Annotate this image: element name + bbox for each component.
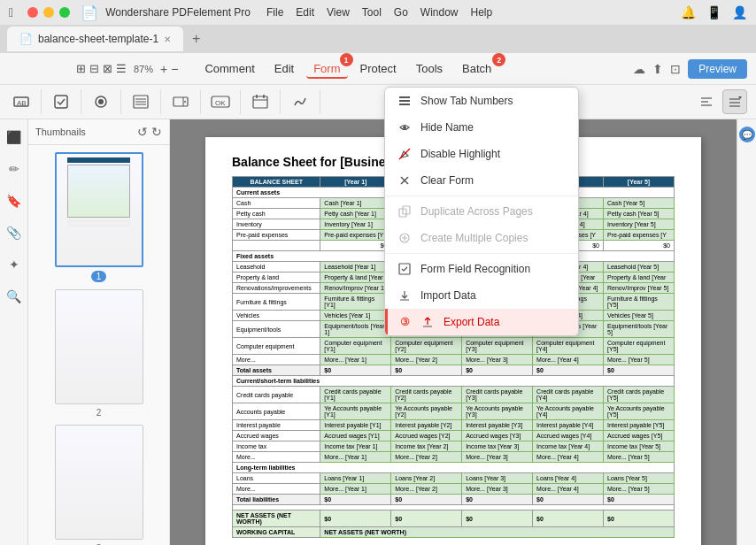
expand-icon[interactable]: ⊡ <box>670 62 681 76</box>
batch-badge: 2 <box>492 53 505 66</box>
tab-close-button[interactable]: ✕ <box>164 35 171 44</box>
thumb-image-2 <box>55 289 143 404</box>
tab-label: balance-sheet-template-1 <box>38 33 158 45</box>
menu-help[interactable]: Help <box>471 6 493 19</box>
dropdown-field-icon[interactable] <box>168 89 193 114</box>
thumb-image-1 <box>55 152 143 267</box>
sidebar-tool-5[interactable]: ✦ <box>4 254 25 275</box>
thumbnails-nav: ↺ ↻ <box>137 125 162 139</box>
thumbnails-panel: Thumbnails ↺ ↻ 1 <box>28 119 170 545</box>
tab-icon: 📄 <box>19 33 33 45</box>
left-sidebar: ⬛ ✏ 🔖 📎 ✦ 🔍 <box>0 119 28 545</box>
apple-icon:  <box>9 5 13 19</box>
nav-comment[interactable]: Comment <box>197 58 261 79</box>
traffic-lights <box>27 7 70 18</box>
svg-rect-13 <box>253 96 267 108</box>
radio-icon[interactable] <box>89 89 113 114</box>
disable-highlight-icon <box>397 147 412 161</box>
zoom-out-button[interactable]: − <box>171 62 178 76</box>
export-badge: ③ <box>400 316 410 328</box>
sidebar-tool-4[interactable]: 📎 <box>4 222 25 243</box>
thumb-image-3 <box>55 425 143 540</box>
align-left-icon[interactable] <box>694 89 719 114</box>
create-copies-icon <box>397 231 412 245</box>
menu-separator-1 <box>385 196 578 196</box>
menu-edit[interactable]: Edit <box>296 6 314 19</box>
sidebar-tool-1[interactable]: ⬛ <box>4 127 25 148</box>
menu-view[interactable]: View <box>327 6 350 19</box>
duplicate-label: Duplicate Across Pages <box>420 205 533 218</box>
new-tab-button[interactable]: + <box>187 31 205 47</box>
recognition-label: Form Field Recognition <box>420 263 530 275</box>
nav-edit[interactable]: Edit <box>267 58 301 79</box>
tabbar: 📄 balance-sheet-template-1 ✕ + <box>0 25 756 53</box>
toolbar-nav-row: ⊞ ⊟ ⊠ ☰ 87% + − Comment Edit Form 1 Prot… <box>0 53 756 85</box>
menu-show-tab-numbers[interactable]: Show Tab Numbers <box>385 88 578 114</box>
menu-form-field-recognition[interactable]: Form Field Recognition <box>385 256 578 282</box>
import-label: Import Data <box>420 289 476 302</box>
tab-document[interactable]: 📄 balance-sheet-template-1 ✕ <box>7 27 183 51</box>
thumbnail-page-3[interactable]: 3 <box>35 425 162 545</box>
minimize-button[interactable] <box>43 7 54 18</box>
menu-tool[interactable]: Tool <box>362 6 382 19</box>
zoom-level: 87% <box>134 64 153 74</box>
sidebar-tool-6[interactable]: 🔍 <box>4 286 25 307</box>
dropdown-field-group <box>168 89 201 114</box>
duplicate-icon <box>397 204 412 219</box>
toolbar-icon-row: AB OK <box>0 85 756 119</box>
sidebar-tool-3[interactable]: 🔖 <box>4 190 25 211</box>
close-button[interactable] <box>27 7 38 18</box>
thumbnail-page-1[interactable]: 1 <box>35 152 162 282</box>
thumbnails-header: Thumbnails ↺ ↻ <box>28 119 169 145</box>
menu-import-data[interactable]: Import Data <box>385 282 578 309</box>
notification-icon[interactable]: 🔔 <box>681 5 696 19</box>
account-icon[interactable]: 👤 <box>732 5 747 19</box>
date-field-icon[interactable] <box>248 89 273 114</box>
ok-button-icon[interactable]: OK <box>208 89 233 114</box>
disable-highlight-label: Disable Highlight <box>420 148 500 160</box>
hide-name-icon <box>397 120 412 134</box>
nav-tools[interactable]: Tools <box>409 58 450 79</box>
menu-disable-highlight[interactable]: Disable Highlight <box>385 141 578 167</box>
menu-window[interactable]: Window <box>420 6 459 19</box>
listbox-group <box>128 89 161 114</box>
col-header-y1: [Year 1] <box>320 177 391 188</box>
dropdown-menu: Show Tab Numbers Hide Name Disable Highl… <box>384 87 579 336</box>
signature-icon[interactable] <box>288 89 312 114</box>
date-field-group <box>248 89 281 114</box>
menu-export-data[interactable]: ③ Export Data <box>385 309 578 335</box>
export-label: Export Data <box>444 316 499 328</box>
device-icon[interactable]: 📱 <box>706 5 721 19</box>
menu-hide-name[interactable]: Hide Name <box>385 114 578 141</box>
right-sidebar-icon[interactable]: 💬 <box>739 127 755 142</box>
svg-rect-33 <box>399 264 410 274</box>
upload-icon[interactable]: ⬆ <box>652 62 663 76</box>
hide-name-label: Hide Name <box>420 121 474 134</box>
svg-rect-23 <box>399 96 410 98</box>
checkbox-icon[interactable] <box>49 89 73 114</box>
thumbnail-page-2[interactable]: 2 <box>35 289 162 418</box>
nav-protect[interactable]: Protect <box>353 58 404 79</box>
text-field-icon[interactable]: AB <box>9 89 34 114</box>
thumb-next[interactable]: ↻ <box>151 125 162 139</box>
menu-clear-form[interactable]: Clear Form <box>385 167 578 194</box>
zoom-icon-2[interactable]: ⊠ <box>103 62 112 75</box>
checkbox-group <box>49 89 81 114</box>
menu-create-multiple-copies: Create Multiple Copies <box>385 225 578 251</box>
menu-file[interactable]: File <box>266 6 283 19</box>
menu-go[interactable]: Go <box>394 6 408 19</box>
zoom-icon-grid[interactable]: ⊞ <box>76 62 86 75</box>
zoom-icon-1[interactable]: ⊟ <box>89 62 99 75</box>
cloud-icon[interactable]: ☁ <box>633 62 645 76</box>
sidebar-tool-2[interactable]: ✏ <box>4 158 25 180</box>
signature-group <box>288 89 320 114</box>
form-badge: 1 <box>340 53 353 66</box>
recognition-icon <box>397 262 412 276</box>
thumb-prev[interactable]: ↺ <box>137 125 148 139</box>
preview-button[interactable]: Preview <box>688 59 747 79</box>
zoom-icon-3[interactable]: ☰ <box>116 62 127 75</box>
listbox-icon[interactable] <box>128 89 153 114</box>
zoom-in-button[interactable]: + <box>160 62 167 76</box>
maximize-button[interactable] <box>59 7 70 18</box>
more-options-icon[interactable] <box>722 89 747 114</box>
